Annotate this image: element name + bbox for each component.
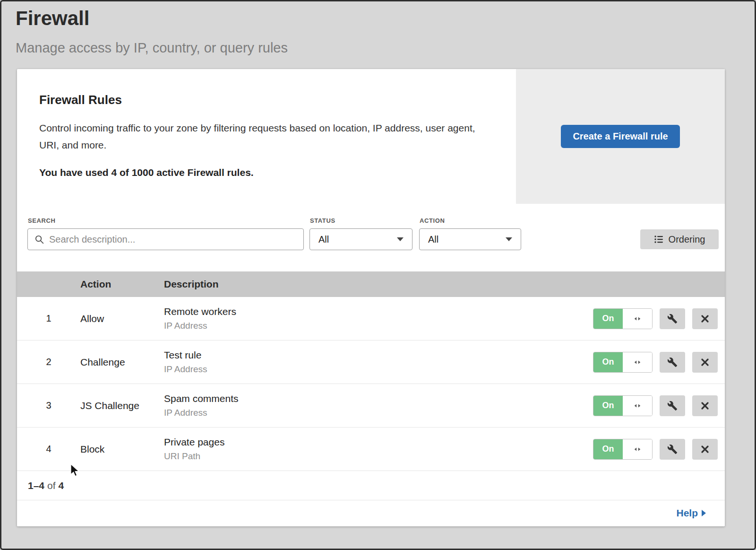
page-range: 1–4 (28, 480, 44, 491)
rule-controls: On (593, 395, 725, 416)
edit-rule-button[interactable] (660, 395, 685, 416)
rule-action: JS Challenge (80, 400, 164, 411)
rule-field-type: IP Address (164, 321, 593, 331)
status-label: STATUS (310, 217, 335, 224)
rule-enabled-toggle[interactable]: On (593, 308, 653, 329)
search-icon (34, 235, 44, 244)
help-link-label: Help (676, 507, 698, 519)
rule-controls: On (593, 439, 725, 460)
edit-rule-button[interactable] (660, 352, 685, 373)
rule-field-type: IP Address (164, 408, 593, 418)
delete-rule-button[interactable] (692, 352, 718, 373)
rule-action: Challenge (80, 357, 164, 368)
delete-rule-button[interactable] (692, 395, 718, 416)
toggle-state-label[interactable]: On (593, 439, 623, 459)
rule-enabled-toggle[interactable]: On (593, 352, 653, 373)
rule-controls: On (593, 352, 725, 373)
firewall-rules-card: Firewall Rules Control incoming traffic … (17, 69, 725, 526)
rule-field-type: URI Path (164, 451, 593, 462)
edit-rule-button[interactable] (660, 308, 685, 329)
table-row: 4 Block Private pages URI Path On (17, 428, 725, 471)
rule-controls: On (593, 308, 725, 329)
rule-enabled-toggle[interactable]: On (593, 439, 653, 460)
chevron-down-icon (397, 237, 404, 241)
table-header: Action Description (17, 271, 725, 297)
pagination-summary: 1–4 of 4 (17, 471, 725, 500)
table-row: 2 Challenge Test rule IP Address On (17, 340, 725, 384)
ordering-list-icon (654, 235, 663, 244)
x-icon (700, 445, 710, 454)
help-row: Help (17, 500, 725, 526)
x-icon (700, 358, 710, 367)
filters-bar: SEARCH STATUS ACTION All All (17, 204, 725, 271)
toggle-handle-icon[interactable] (623, 439, 652, 459)
rule-number: 2 (17, 357, 80, 367)
toggle-state-label[interactable]: On (593, 352, 623, 372)
usage-summary: You have used 4 of 1000 active Firewall … (39, 167, 488, 178)
action-select[interactable]: All (419, 228, 521, 250)
wrench-icon (667, 444, 678, 454)
create-rule-panel: Create a Firewall rule (516, 69, 725, 204)
toggle-state-label[interactable]: On (593, 396, 623, 416)
delete-rule-button[interactable] (692, 308, 718, 329)
rule-description-cell: Remote workers IP Address (164, 306, 593, 331)
status-select[interactable]: All (309, 228, 412, 250)
intro-section: Firewall Rules Control incoming traffic … (17, 69, 725, 204)
x-icon (700, 401, 710, 410)
x-icon (700, 314, 710, 323)
rule-description-cell: Test rule IP Address (164, 349, 593, 375)
wrench-icon (667, 357, 678, 367)
page-range-of: of (47, 480, 56, 491)
section-heading: Firewall Rules (39, 93, 488, 107)
chevron-down-icon (506, 237, 512, 241)
toggle-state-label[interactable]: On (593, 309, 623, 329)
rule-description: Test rule (164, 349, 593, 361)
rule-number: 4 (17, 444, 80, 454)
rule-number: 1 (17, 313, 80, 324)
wrench-icon (667, 401, 678, 411)
rule-description: Remote workers (164, 306, 593, 317)
create-firewall-rule-button[interactable]: Create a Firewall rule (561, 125, 679, 148)
rule-description-cell: Private pages URI Path (164, 437, 593, 462)
rule-action: Block (80, 444, 164, 455)
wrench-icon (667, 314, 678, 324)
rule-action: Allow (80, 313, 164, 324)
table-row: 1 Allow Remote workers IP Address On (17, 297, 725, 340)
action-selected-value: All (428, 234, 438, 245)
table-row: 3 JS Challenge Spam comments IP Address … (17, 384, 725, 428)
ordering-button[interactable]: Ordering (640, 229, 719, 249)
edit-rule-button[interactable] (660, 439, 685, 460)
toggle-handle-icon[interactable] (623, 396, 652, 416)
search-input[interactable] (49, 234, 298, 245)
delete-rule-button[interactable] (692, 439, 718, 460)
rule-enabled-toggle[interactable]: On (593, 395, 653, 416)
description-column-header: Description (164, 279, 725, 290)
page-total: 4 (59, 480, 64, 491)
search-label: SEARCH (28, 217, 56, 224)
action-column-header: Action (80, 279, 164, 290)
rule-field-type: IP Address (164, 364, 593, 375)
rule-description-cell: Spam comments IP Address (164, 393, 593, 418)
section-description: Control incoming traffic to your zone by… (39, 120, 488, 154)
page-subtitle: Manage access by IP, country, or query r… (16, 40, 755, 56)
search-box[interactable] (27, 228, 304, 250)
ordering-button-label: Ordering (669, 234, 705, 245)
help-link[interactable]: Help (676, 507, 706, 519)
firewall-page: Firewall Manage access by IP, country, o… (0, 0, 756, 550)
arrow-right-icon (702, 510, 706, 516)
intro-text-block: Firewall Rules Control incoming traffic … (17, 69, 516, 204)
toggle-handle-icon[interactable] (623, 309, 652, 329)
action-label: ACTION (420, 217, 445, 224)
toggle-handle-icon[interactable] (623, 352, 652, 372)
rule-description: Private pages (164, 437, 593, 448)
status-selected-value: All (318, 234, 329, 245)
rule-number: 3 (17, 400, 80, 411)
page-title: Firewall (16, 7, 755, 30)
page-header: Firewall Manage access by IP, country, o… (1, 1, 755, 56)
rule-description: Spam comments (164, 393, 593, 404)
